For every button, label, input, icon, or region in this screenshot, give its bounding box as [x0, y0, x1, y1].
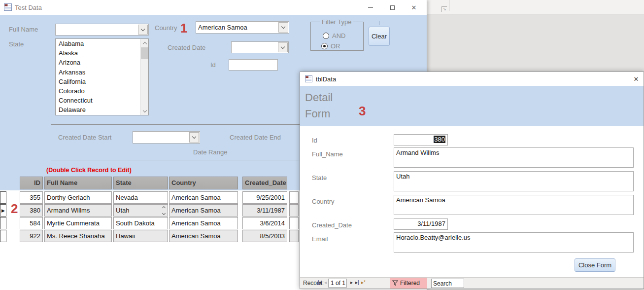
cell-full-name[interactable]: Myrtie Cummerata — [44, 217, 112, 229]
cell-email-sliver[interactable] — [289, 204, 299, 217]
search-input[interactable] — [431, 279, 464, 288]
cell-email-sliver[interactable] — [289, 230, 299, 242]
cell-created-date[interactable]: 3/11/1987 — [242, 204, 287, 217]
row-selector[interactable] — [0, 230, 6, 242]
cell-state[interactable]: Hawaii — [113, 230, 168, 242]
close-button[interactable]: ✕ — [406, 0, 422, 15]
filtered-indicator[interactable]: Filtered — [390, 278, 427, 289]
record-position[interactable]: 1 of 1 — [328, 279, 347, 288]
radio-and-label: AND — [332, 32, 345, 39]
radio-and[interactable]: AND — [323, 32, 345, 39]
ribbon-divider — [449, 0, 449, 11]
row-selector-current[interactable]: ▶ — [0, 204, 6, 217]
cell-state[interactable]: Nevada — [113, 191, 168, 204]
state-label: State — [9, 40, 24, 48]
chevron-down-icon — [142, 108, 146, 112]
cell-full-name[interactable]: Ms. Reece Shanaha — [44, 230, 112, 242]
radio-or[interactable]: OR — [321, 42, 340, 50]
last-record-button[interactable]: ▸| — [355, 280, 359, 285]
created-date-start-combo[interactable] — [133, 131, 200, 144]
cell-country[interactable]: American Samoa — [169, 230, 238, 242]
previous-record-button[interactable]: ◂ — [324, 280, 327, 285]
detail-country-input[interactable]: American Samoa — [394, 195, 634, 215]
dialog-launcher-icon[interactable]: ↘ — [441, 6, 447, 12]
chevron-up-icon — [162, 206, 166, 210]
row-selector[interactable] — [0, 191, 6, 204]
id-input[interactable] — [229, 59, 278, 71]
cell-country[interactable]: American Samoa — [169, 191, 238, 204]
created-date-dropdown-button[interactable] — [278, 42, 288, 52]
radio-and-icon[interactable] — [323, 33, 329, 39]
detail-full-name-input[interactable]: Armand Willms — [394, 147, 634, 168]
cell-created-date[interactable]: 8/5/2003 — [242, 230, 287, 242]
cell-email-sliver[interactable] — [289, 217, 299, 229]
clear-button[interactable]: Clear — [369, 27, 390, 46]
spinner-icon[interactable] — [161, 206, 167, 216]
list-item[interactable]: Colorado — [56, 86, 148, 96]
list-item[interactable]: Alabama — [56, 39, 148, 48]
maximize-icon — [390, 5, 395, 10]
cell-state[interactable]: South Dakota — [113, 217, 168, 229]
full-name-combo[interactable] — [55, 24, 149, 36]
tick-mark — [379, 21, 379, 25]
next-record-button[interactable]: ▸ — [350, 280, 353, 285]
list-item[interactable]: Delaware — [56, 105, 148, 114]
cell-created-date[interactable]: 9/25/2001 — [242, 191, 287, 204]
cell-id[interactable]: 584 — [20, 217, 43, 229]
scrollbar-thumb[interactable] — [141, 47, 148, 59]
country-combo[interactable]: American Samoa — [196, 21, 289, 34]
close-form-button[interactable]: Close Form — [575, 258, 615, 272]
created-date-label: Created Date — [168, 44, 205, 51]
annotation-marker-3: 3 — [359, 105, 366, 117]
cell-id[interactable]: 355 — [20, 191, 43, 204]
created-date-start-dropdown-button[interactable] — [189, 132, 199, 143]
column-header-full-name[interactable]: Full Name — [44, 177, 112, 189]
access-form-icon — [305, 75, 312, 82]
column-header-country[interactable]: Country — [169, 177, 238, 189]
filtered-label: Filtered — [400, 280, 420, 287]
screen: ↘ Test Data ✕ Full Name Country 1 — [0, 0, 644, 290]
cell-country[interactable]: American Samoa — [169, 217, 238, 229]
created-date-end-label: Created Date End — [230, 134, 281, 141]
detail-state-input[interactable]: Utah — [394, 171, 634, 191]
maximize-button[interactable] — [384, 0, 401, 15]
state-list-scrollbar[interactable] — [140, 39, 148, 115]
column-header-created-date[interactable]: Created_Date — [242, 177, 287, 189]
minimize-icon — [368, 7, 373, 8]
list-item[interactable]: California — [56, 77, 148, 86]
cell-id[interactable]: 380 — [20, 204, 43, 217]
row-selector[interactable] — [0, 217, 6, 229]
first-record-button[interactable]: |◂ — [318, 280, 322, 285]
column-header-state[interactable]: State — [113, 177, 168, 189]
scroll-up-button[interactable] — [140, 39, 149, 47]
cell-country[interactable]: American Samoa — [169, 204, 238, 217]
minimize-button[interactable] — [362, 0, 379, 15]
country-dropdown-button[interactable] — [278, 22, 288, 33]
created-date-combo[interactable] — [231, 41, 289, 53]
radio-or-icon[interactable] — [321, 43, 328, 49]
list-item[interactable]: Arkansas — [56, 68, 148, 77]
cell-full-name[interactable]: Dorthy Gerlach — [44, 191, 112, 204]
detail-created-date-input[interactable]: 3/11/1987 — [394, 218, 448, 230]
filter-type-group: Filter Type AND OR — [310, 18, 364, 51]
detail-email-input[interactable]: Horacio.Beatty@arielle.us — [394, 232, 634, 253]
list-item[interactable]: Alaska — [56, 48, 148, 58]
close-icon: ✕ — [634, 75, 639, 83]
detail-close-button[interactable]: ✕ — [629, 72, 644, 86]
chevron-down-icon — [281, 44, 285, 48]
created-date-start-label: Created Date Start — [58, 134, 111, 141]
scroll-down-button[interactable] — [140, 107, 149, 115]
cell-id[interactable]: 922 — [20, 230, 43, 242]
cell-state[interactable]: Utah — [113, 204, 168, 217]
cell-full-name[interactable]: Armand Willms — [44, 204, 112, 217]
full-name-dropdown-button[interactable] — [138, 25, 148, 35]
list-item[interactable]: Arizona — [56, 58, 148, 67]
state-listbox[interactable]: Alabama Alaska Arizona Arkansas Californ… — [55, 38, 149, 115]
list-item[interactable]: Connecticut — [56, 96, 148, 105]
column-header-id[interactable]: ID — [20, 177, 43, 189]
cell-email-sliver[interactable] — [289, 191, 299, 204]
cell-created-date[interactable]: 3/6/2014 — [242, 217, 287, 229]
new-record-button[interactable]: ▸* — [361, 280, 366, 285]
cell-state-text: Utah — [116, 207, 129, 214]
detail-id-input[interactable]: 380 — [394, 134, 448, 145]
